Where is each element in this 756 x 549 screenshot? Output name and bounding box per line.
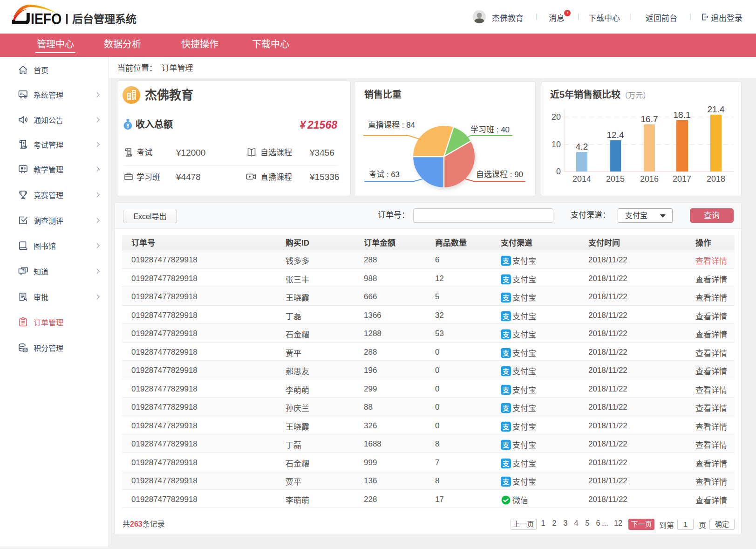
svg-text:2018: 2018: [707, 174, 725, 184]
svg-text:支: 支: [502, 478, 510, 486]
svg-text:学习班 : 40: 学习班 : 40: [470, 125, 510, 134]
svg-text:4.2: 4.2: [576, 142, 588, 151]
svg-text:0: 0: [556, 167, 561, 176]
svg-text:支: 支: [502, 349, 510, 357]
svg-text:后台管理系统: 后台管理系统: [72, 13, 136, 25]
svg-text:12.4: 12.4: [607, 130, 624, 140]
svg-text:支: 支: [502, 405, 510, 412]
svg-text:支: 支: [502, 331, 510, 338]
svg-text:直播课程 : 84: 直播课程 : 84: [368, 121, 415, 130]
svg-text:2014: 2014: [572, 174, 591, 184]
svg-text:2015: 2015: [606, 174, 625, 184]
svg-text:18.1: 18.1: [674, 110, 691, 120]
svg-text:支: 支: [502, 368, 510, 375]
svg-text:支: 支: [502, 386, 510, 393]
svg-text:16.7: 16.7: [641, 114, 658, 124]
svg-text:2017: 2017: [673, 174, 691, 184]
svg-text:支: 支: [502, 441, 510, 449]
svg-text:支: 支: [502, 423, 510, 430]
svg-text:21.4: 21.4: [708, 104, 725, 114]
svg-text:支: 支: [502, 257, 510, 265]
svg-text:考试 : 63: 考试 : 63: [368, 170, 400, 179]
svg-text:支: 支: [502, 294, 510, 302]
svg-text:2016: 2016: [640, 174, 659, 184]
svg-text:支: 支: [502, 312, 510, 320]
svg-text:支: 支: [502, 275, 510, 283]
svg-text:自选课程 : 90: 自选课程 : 90: [476, 170, 523, 179]
svg-text:20: 20: [552, 112, 561, 122]
svg-text:IEFO: IEFO: [31, 10, 61, 28]
svg-text:支: 支: [502, 460, 510, 467]
svg-text:¥: ¥: [126, 123, 129, 129]
svg-text:10: 10: [552, 140, 561, 149]
svg-text:?: ?: [22, 268, 24, 273]
